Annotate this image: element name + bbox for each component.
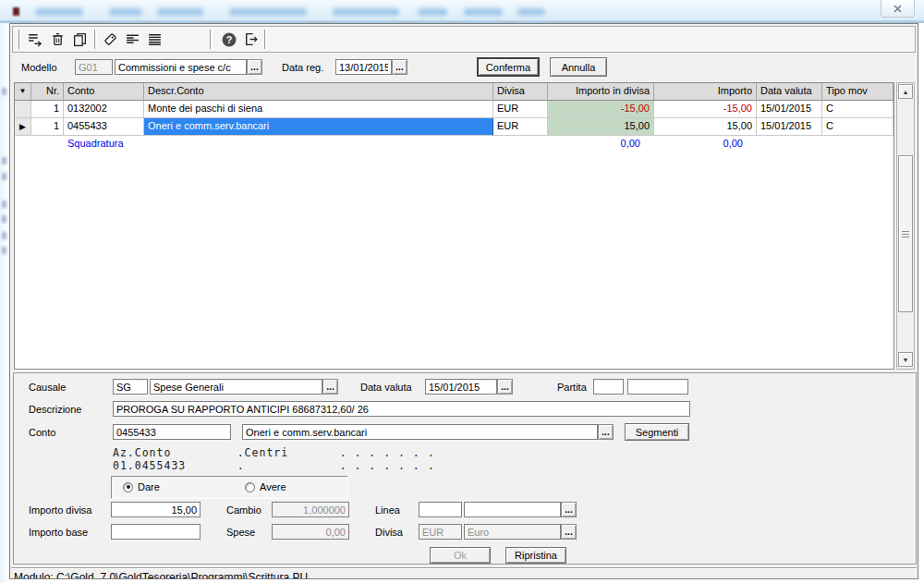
- window-close-button[interactable]: [881, 0, 915, 18]
- status-text: Modulo: C:\Gold_7.0\GoldTesoreria\Progra…: [14, 571, 308, 579]
- exit-icon: [243, 31, 259, 47]
- help-button[interactable]: ?: [218, 29, 239, 50]
- grid-vertical-scrollbar[interactable]: ▲ ▼: [896, 82, 915, 370]
- modello-desc-field[interactable]: [115, 59, 247, 75]
- detail-panel: Causale ... Data valuta ... Partita Desc…: [13, 372, 917, 565]
- dare-radio[interactable]: Dare: [123, 481, 160, 492]
- conto-desc-field[interactable]: [242, 424, 598, 440]
- cambio-field[interactable]: [272, 502, 349, 517]
- scroll-up-button[interactable]: ▲: [898, 84, 913, 99]
- insert-row-icon: [27, 31, 43, 47]
- squadratura-importo: 0,00: [654, 136, 757, 153]
- causale-code-field[interactable]: [113, 379, 148, 395]
- importo-divisa-field[interactable]: [111, 502, 201, 517]
- divisa-code-field[interactable]: [419, 524, 462, 540]
- linea-desc-field[interactable]: [464, 502, 561, 517]
- cell-descr-conto-selected[interactable]: Oneri e comm.serv.bancari: [144, 118, 493, 136]
- annulla-button[interactable]: Annulla: [550, 57, 607, 77]
- toolbar-separator: [264, 30, 267, 49]
- scroll-down-button[interactable]: ▼: [898, 352, 913, 367]
- column-header-tipo-mov[interactable]: Tipo mov: [822, 83, 894, 101]
- partita-field-2[interactable]: [627, 379, 688, 395]
- modello-code-field[interactable]: [75, 59, 113, 75]
- conferma-button[interactable]: Conferma: [477, 57, 540, 77]
- column-header-importo-in-divisa[interactable]: Importo in divisa: [548, 83, 654, 101]
- linea-browse-button[interactable]: ...: [561, 502, 577, 517]
- cell-data-valuta[interactable]: 15/01/2015: [757, 101, 822, 118]
- data-valuta-browse-button[interactable]: ...: [497, 379, 513, 395]
- divisa-browse-button[interactable]: ...: [561, 524, 577, 540]
- avere-radio[interactable]: Avere: [245, 481, 286, 492]
- column-header-importo[interactable]: Importo: [654, 83, 757, 101]
- conto-code-field[interactable]: [113, 424, 231, 440]
- app-icon: [13, 7, 19, 16]
- cell-importo-in-divisa[interactable]: 15,00: [548, 118, 654, 136]
- column-header-nr[interactable]: Nr.: [31, 83, 64, 101]
- segment-header-line: Az.Conto .Centri . . . . . . .: [113, 446, 435, 459]
- insert-row-button[interactable]: [24, 29, 45, 50]
- blurred-menu-item[interactable]: [229, 8, 307, 16]
- descrizione-field[interactable]: [113, 401, 690, 417]
- divisa-desc-field[interactable]: [464, 524, 561, 540]
- copy-button[interactable]: [69, 29, 91, 50]
- avere-label: Avere: [260, 481, 286, 492]
- modello-browse-button[interactable]: ...: [247, 59, 262, 75]
- cell-tipo-mov[interactable]: C: [822, 118, 894, 136]
- grid-row[interactable]: ▶ 1 0455433 Oneri e comm.serv.bancari EU…: [15, 118, 894, 136]
- column-header-conto[interactable]: Conto: [64, 83, 144, 101]
- blurred-menu-item[interactable]: [35, 8, 83, 16]
- blurred-menu-item[interactable]: [418, 8, 447, 16]
- grid-selector-header[interactable]: ▼: [15, 83, 31, 101]
- cell-tipo-mov[interactable]: C: [822, 101, 894, 118]
- delete-button[interactable]: [47, 29, 68, 50]
- blurred-menu-item[interactable]: [157, 8, 203, 16]
- row-indicator-current: ▶: [15, 118, 31, 136]
- ok-button[interactable]: Ok: [430, 547, 491, 564]
- causale-desc-field[interactable]: [150, 379, 322, 395]
- ripristina-button[interactable]: Ripristina: [505, 547, 566, 564]
- cell-conto[interactable]: 0132002: [64, 101, 144, 118]
- data-reg-field[interactable]: [335, 59, 392, 75]
- cell-importo-in-divisa[interactable]: -15,00: [548, 101, 654, 118]
- data-valuta-field[interactable]: [425, 379, 497, 395]
- column-header-descr-conto[interactable]: Descr.Conto: [144, 83, 493, 101]
- cell-nr[interactable]: 1: [31, 118, 64, 136]
- blurred-menu-item[interactable]: [464, 8, 503, 16]
- segment-value-line: 01.0455433 . . . . . . . .: [113, 459, 435, 472]
- radio-selected-icon: [123, 482, 133, 492]
- tag-button[interactable]: [100, 29, 121, 50]
- cell-nr[interactable]: 1: [31, 101, 64, 118]
- align-button[interactable]: [122, 29, 143, 50]
- row-indicator: [15, 101, 31, 118]
- spese-field[interactable]: [272, 524, 349, 540]
- help-icon: ?: [221, 31, 237, 48]
- cell-importo[interactable]: -15,00: [654, 101, 757, 118]
- causale-browse-button[interactable]: ...: [322, 379, 338, 395]
- partita-field-1[interactable]: [593, 379, 624, 395]
- exit-button[interactable]: [240, 29, 261, 50]
- importo-base-field[interactable]: [111, 524, 201, 540]
- grid-row[interactable]: 1 0132002 Monte dei paschi di siena EUR …: [15, 101, 894, 118]
- cell-descr-conto[interactable]: Monte dei paschi di siena: [144, 101, 493, 118]
- column-header-divisa[interactable]: Divisa: [493, 83, 548, 101]
- cell-divisa[interactable]: EUR: [493, 101, 548, 118]
- cell-data-valuta[interactable]: 15/01/2015: [757, 118, 822, 136]
- background-window-edge: [0, 23, 9, 583]
- dense-lines-icon: [147, 31, 163, 47]
- segmenti-button[interactable]: Segmenti: [625, 423, 689, 441]
- scrollbar-thumb[interactable]: [898, 155, 913, 312]
- data-reg-browse-button[interactable]: ...: [392, 59, 407, 75]
- blurred-menu-item[interactable]: [109, 8, 142, 16]
- list-button[interactable]: [144, 29, 165, 50]
- toolbar-grip: [18, 30, 21, 49]
- blurred-menu-item[interactable]: [517, 8, 545, 16]
- data-reg-label: Data reg.: [282, 62, 323, 73]
- cell-conto[interactable]: 0455433: [64, 118, 144, 136]
- cell-importo[interactable]: 15,00: [654, 118, 757, 136]
- cell-divisa[interactable]: EUR: [493, 118, 548, 136]
- dare-avere-group: Dare Avere: [111, 476, 348, 499]
- conto-browse-button[interactable]: ...: [598, 424, 614, 440]
- column-header-data-valuta[interactable]: Data valuta: [757, 83, 822, 101]
- linea-code-field[interactable]: [419, 502, 462, 517]
- blurred-menu-item[interactable]: [333, 8, 399, 16]
